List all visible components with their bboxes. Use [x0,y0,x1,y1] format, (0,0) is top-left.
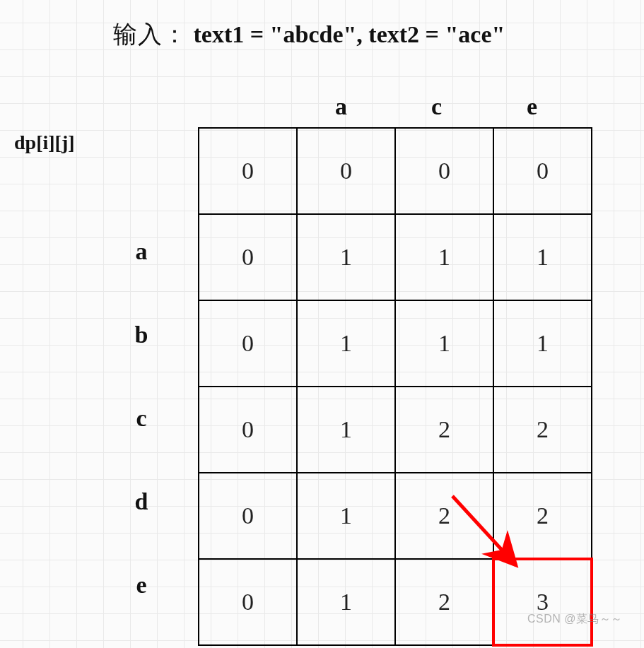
dp-cell: 2 [395,387,493,473]
dp-cell: 0 [199,214,297,300]
dp-cell: 2 [493,387,592,473]
row-header: c [120,377,163,460]
row-header: e [120,543,163,627]
row-header: d [120,460,163,543]
title-body: text1 = "abcde", text2 = "ace" [194,21,505,47]
dp-cell: 0 [199,128,297,214]
dp-cell: 1 [297,559,395,645]
dp-cell: 1 [395,300,493,387]
dp-cell: 2 [395,559,493,645]
col-header: a [293,93,389,120]
table-row: 0 0 0 0 [199,128,592,214]
col-header: c [389,93,484,120]
table-row: 0 1 2 3 [199,559,592,645]
title-prefix: 输入： [113,21,187,47]
dp-cell: 0 [199,300,297,387]
dp-cell: 0 [395,128,493,214]
dp-cell: 1 [493,214,592,300]
watermark: CSDN @菜鸟～～ [527,612,623,627]
col-header [198,93,293,120]
input-title: 输入： text1 = "abcde", text2 = "ace" [0,18,644,51]
column-headers: a c e [198,93,580,120]
dp-cell: 1 [395,214,493,300]
dp-cell: 1 [297,473,395,559]
table-row: 0 1 2 2 [199,387,592,473]
dp-cell-highlight: 3 [493,559,592,645]
row-headers: a b c d e [120,210,163,627]
diagram-content: 输入： text1 = "abcde", text2 = "ace" dp[i]… [0,0,644,51]
dp-cell: 1 [493,300,592,387]
table-row: 0 1 2 2 [199,473,592,559]
dp-table: 0 0 0 0 0 1 1 1 0 1 1 1 0 1 2 2 [198,127,592,646]
dp-cell: 2 [395,473,493,559]
row-header: a [120,210,163,293]
dp-cell: 1 [297,387,395,473]
dp-cell: 0 [199,473,297,559]
row-header: b [120,293,163,377]
dp-cell: 2 [493,473,592,559]
dp-cell: 0 [493,128,592,214]
dp-cell: 1 [297,300,395,387]
table-row: 0 1 1 1 [199,300,592,387]
dp-cell: 0 [199,387,297,473]
dp-cell: 0 [199,559,297,645]
dp-cell: 0 [297,128,395,214]
table-row: 0 1 1 1 [199,214,592,300]
axis-label: dp[i][j] [14,131,75,154]
dp-cell: 1 [297,214,395,300]
col-header: e [484,93,580,120]
